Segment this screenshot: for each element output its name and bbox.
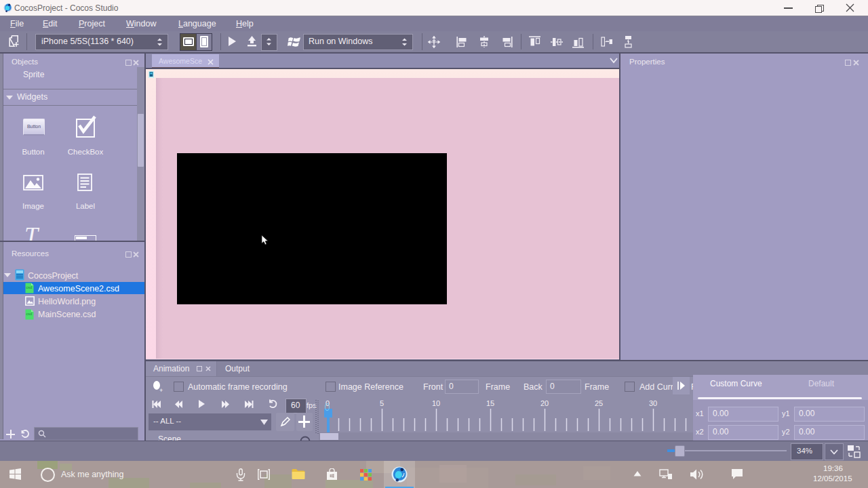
svg-text:csd: csd	[26, 285, 33, 289]
svg-text:csd: csd	[26, 312, 33, 316]
